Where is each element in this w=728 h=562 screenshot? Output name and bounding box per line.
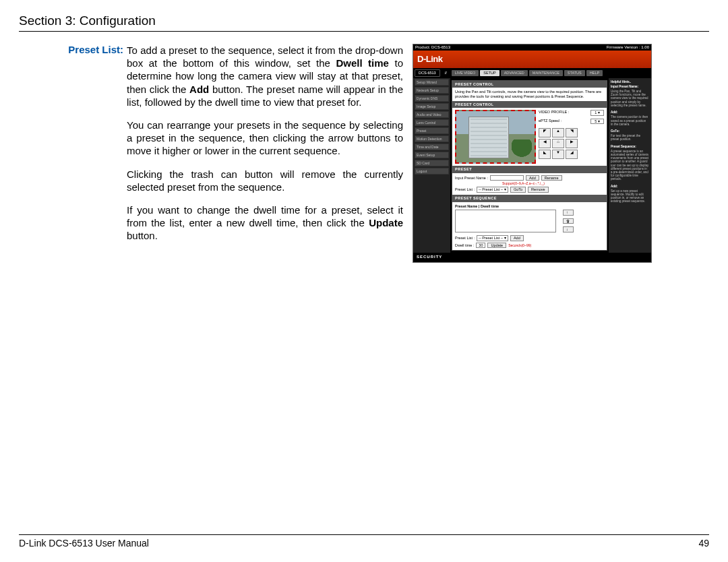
preset-list-select[interactable]: -- Preset List -- ▾	[477, 187, 508, 193]
sidebar-item-image[interactable]: Image Setup	[415, 103, 449, 110]
brand-logo: D-Link	[417, 54, 442, 65]
video-profile-select[interactable]: 1 ▾	[590, 110, 604, 116]
eptz-label: ePTZ Speed :	[539, 119, 562, 125]
sidebar-item-ddns[interactable]: Dynamic DNS	[415, 95, 449, 102]
tab-live-video[interactable]: LIVE VIDEO	[452, 70, 479, 76]
sidebar-item-event[interactable]: Event Setup	[415, 152, 449, 158]
firmware-label: Firmware Version : 1.00	[607, 45, 649, 50]
tab-status[interactable]: STATUS	[564, 70, 585, 76]
eptz-select[interactable]: 5 ▾	[590, 119, 604, 125]
ptz-pad: ◤ ▲ ◥ ◀ ⌂ ▶ ◣ ▼ ◢	[539, 128, 604, 159]
pad-up-icon[interactable]: ▲	[552, 128, 564, 137]
panel-control-head: PRESET CONTROL	[452, 101, 607, 108]
sidebar-item-network[interactable]: Network Setup	[415, 87, 449, 94]
dwell-label: Dwell time :	[455, 243, 474, 248]
footer-right: 49	[698, 538, 709, 549]
tab-help[interactable]: HELP	[586, 70, 603, 76]
p1d: Add	[189, 84, 209, 95]
remove-button[interactable]: Remove	[528, 187, 548, 193]
sidebar-item-wizard[interactable]: Setup Wizard	[415, 79, 449, 86]
sidebar-item-preset[interactable]: Preset	[415, 127, 449, 134]
pad-dl-icon[interactable]: ◣	[539, 150, 551, 159]
tree-graphic	[512, 139, 532, 162]
p4c: button.	[127, 230, 158, 241]
sidebar: Setup Wizard Network Setup Dynamic DNS I…	[413, 78, 450, 253]
support-text: Support(0~9,A~Z,a~z,-,*,/,_)	[502, 181, 604, 185]
pad-right-icon[interactable]: ▶	[566, 139, 578, 148]
help-head: Helpful Hints..	[611, 80, 649, 84]
sequence-listbox[interactable]	[455, 210, 556, 232]
building-graphic	[468, 117, 509, 158]
pad-down-icon[interactable]: ▼	[552, 150, 564, 159]
preset-list-label: Preset List :	[455, 187, 475, 192]
pad-dr-icon[interactable]: ◢	[566, 150, 578, 159]
pad-ul-icon[interactable]: ◤	[539, 128, 551, 137]
panel-intro-text: Using the Pan and Tilt controls, move th…	[452, 88, 607, 100]
p4a: If you want to change the dwell time for…	[127, 204, 403, 228]
footer-left: D-Link DCS-6513 User Manual	[19, 538, 149, 549]
help-panel: Helpful Hints.. Input Preset Name: Using…	[609, 78, 651, 253]
dwell-input[interactable]: 30	[476, 243, 485, 249]
seq-preset-label: Preset List :	[455, 236, 475, 241]
p3: Clicking the trash can button will remov…	[127, 168, 403, 193]
p1b: Dwell time	[336, 57, 389, 69]
body-text: To add a preset to the sequence, select …	[127, 44, 403, 242]
rule-top	[19, 31, 709, 32]
pad-ur-icon[interactable]: ◥	[566, 128, 578, 137]
p4b: Update	[369, 217, 403, 228]
sidebar-item-sd[interactable]: SD Card	[415, 160, 449, 166]
help5: Set up a new preset sequence. Modify to …	[611, 189, 645, 204]
main-panel: PRESET CONTROL Using the Pan and Tilt co…	[452, 80, 607, 251]
help1: Using the Pan, Tilt and Zoom functions, …	[611, 90, 648, 107]
section-title: Section 3: Configuration	[19, 13, 709, 28]
panel-intro-head: PRESET CONTROL	[452, 81, 607, 88]
panel-preset-head: PRESET	[452, 166, 607, 173]
goto-button[interactable]: GoTo	[510, 187, 526, 193]
seq-add-button[interactable]: Add	[510, 235, 524, 241]
tab-maintenance[interactable]: MAINTENANCE	[529, 70, 563, 76]
seq-preset-select[interactable]: -- Preset List -- ▾	[477, 235, 508, 241]
help4-h: Preset Sequence:	[611, 145, 649, 148]
help3: For test the preset the preset position.	[611, 134, 640, 141]
rename-button[interactable]: Rename	[541, 175, 562, 181]
panel-sequence-head: PRESET SEQUENCE	[452, 195, 607, 202]
trash-icon[interactable]: 🗑	[563, 218, 574, 224]
help2: The camera position is then saved as a p…	[611, 115, 648, 125]
help1-h: Input Preset Name:	[611, 85, 649, 88]
embedded-screenshot: Product: DCS-6513 Firmware Version : 1.0…	[413, 44, 652, 263]
input-preset-label: Input Preset Name :	[455, 176, 488, 181]
update-button[interactable]: Update	[487, 243, 506, 249]
sidebar-item-lens[interactable]: Lens Control	[415, 119, 449, 126]
field-label: Preset List:	[19, 44, 123, 55]
seq-columns: Preset Name | Dwell time	[455, 204, 604, 209]
sidebar-item-time[interactable]: Time and Date	[415, 144, 449, 150]
tab-separator: //	[442, 70, 450, 76]
camera-view[interactable]	[455, 110, 536, 164]
add-button[interactable]: Add	[526, 175, 539, 181]
sidebar-item-av[interactable]: Audio and Video	[415, 111, 449, 118]
pad-home-icon[interactable]: ⌂	[552, 139, 564, 148]
help4: A preset sequence is an automated series…	[611, 150, 648, 181]
help3-h: GoTo:	[611, 129, 649, 133]
help2-h: Add:	[611, 111, 649, 114]
pad-left-icon[interactable]: ◀	[539, 139, 551, 148]
shot-footer: SECURITY	[413, 253, 651, 261]
video-profile-label: VIDEO PROFILE :	[539, 110, 569, 116]
sidebar-item-logout[interactable]: Logout	[415, 168, 449, 175]
move-up-icon[interactable]: ↑	[563, 210, 574, 216]
tab-setup[interactable]: SETUP	[480, 70, 499, 76]
rule-bottom	[19, 534, 709, 535]
preset-name-input[interactable]	[490, 175, 524, 181]
p2: You can rearrange your presets in the se…	[127, 119, 403, 158]
tab-advanced[interactable]: ADVANCED	[501, 70, 528, 76]
model-tab[interactable]: DCS-6513	[415, 69, 440, 77]
move-down-icon[interactable]: ↓	[563, 226, 574, 232]
sidebar-item-motion[interactable]: Motion Detection	[415, 135, 449, 142]
product-label: Product: DCS-6513	[415, 45, 450, 50]
seconds-text: Seconds(0~99)	[508, 243, 531, 247]
help5-h: Add:	[611, 185, 649, 188]
